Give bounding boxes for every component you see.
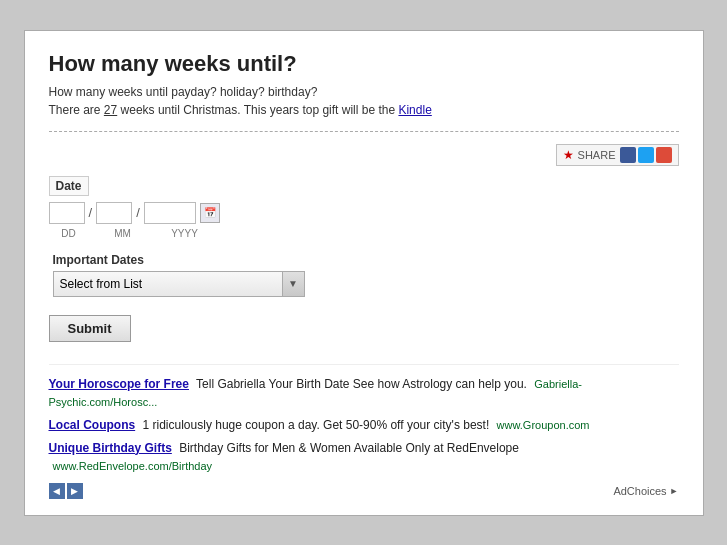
date-label: Date <box>49 176 89 196</box>
ad-link-3[interactable]: Unique Birthday Gifts <box>49 441 172 455</box>
nav-arrows: ◀ ▶ <box>49 483 83 499</box>
dropdown-arrow[interactable]: ▼ <box>283 271 305 297</box>
important-dates-select[interactable]: Select from List Christmas New Year East… <box>53 271 283 297</box>
facebook-icon <box>620 147 636 163</box>
date-hints: DD MM YYYY <box>51 228 679 239</box>
day-input[interactable] <box>49 202 85 224</box>
adchoices-label: AdChoices <box>613 485 666 497</box>
section-divider <box>49 131 679 132</box>
dd-hint: DD <box>51 228 87 239</box>
share-label: SHARE <box>578 149 616 161</box>
ad-text-2: 1 ridiculously huge coupon a day. Get 50… <box>143 418 490 432</box>
sep2: / <box>136 205 140 220</box>
ad-row-3: Unique Birthday Gifts Birthday Gifts for… <box>49 439 679 475</box>
prev-arrow[interactable]: ◀ <box>49 483 65 499</box>
next-arrow[interactable]: ▶ <box>67 483 83 499</box>
calendar-icon[interactable]: 📅 <box>200 203 220 223</box>
share-icons <box>620 147 672 163</box>
google-icon <box>656 147 672 163</box>
subtitle: How many weeks until payday? holiday? bi… <box>49 83 679 119</box>
ad-row-2: Local Coupons 1 ridiculously huge coupon… <box>49 416 679 434</box>
subtitle-prefix: There are <box>49 103 104 117</box>
ads-section: Your Horoscope for Free Tell Gabriella Y… <box>49 364 679 499</box>
ad-url-3: www.RedEnvelope.com/Birthday <box>53 460 213 472</box>
yyyy-hint: YYYY <box>159 228 211 239</box>
date-inputs: / / 📅 <box>49 202 679 224</box>
kindle-link[interactable]: Kindle <box>398 103 431 117</box>
ad-text-3: Birthday Gifts for Men & Women Available… <box>179 441 519 455</box>
mm-hint: MM <box>105 228 141 239</box>
form-section: Date / / 📅 DD MM YYYY Important Dates Se… <box>49 176 679 342</box>
page-title: How many weeks until? <box>49 51 679 77</box>
twitter-icon <box>638 147 654 163</box>
ad-text-1: Tell Gabriella Your Birth Date See how A… <box>196 377 527 391</box>
month-input[interactable] <box>96 202 132 224</box>
submit-button[interactable]: Submit <box>49 315 131 342</box>
share-button[interactable]: ★ SHARE <box>556 144 679 166</box>
main-window: How many weeks until? How many weeks unt… <box>24 30 704 516</box>
share-bar: ★ SHARE <box>49 144 679 166</box>
important-dates-section: Important Dates Select from List Christm… <box>53 253 679 297</box>
sep1: / <box>89 205 93 220</box>
subtitle-mid: weeks until Christmas. This years top gi… <box>117 103 398 117</box>
ad-footer: ◀ ▶ AdChoices ► <box>49 483 679 499</box>
ad-link-2[interactable]: Local Coupons <box>49 418 136 432</box>
year-input[interactable] <box>144 202 196 224</box>
ad-link-1[interactable]: Your Horoscope for Free <box>49 377 189 391</box>
ad-url-2: www.Groupon.com <box>497 419 590 431</box>
adchoices: AdChoices ► <box>613 485 678 497</box>
important-dates-label: Important Dates <box>53 253 679 267</box>
dropdown-wrapper: Select from List Christmas New Year East… <box>53 271 679 297</box>
bookmark-icon: ★ <box>563 148 574 162</box>
adchoices-icon: ► <box>670 486 679 496</box>
ad-row-1: Your Horoscope for Free Tell Gabriella Y… <box>49 375 679 411</box>
subtitle-weeks: 27 <box>104 103 117 117</box>
subtitle-line1: How many weeks until payday? holiday? bi… <box>49 85 318 99</box>
